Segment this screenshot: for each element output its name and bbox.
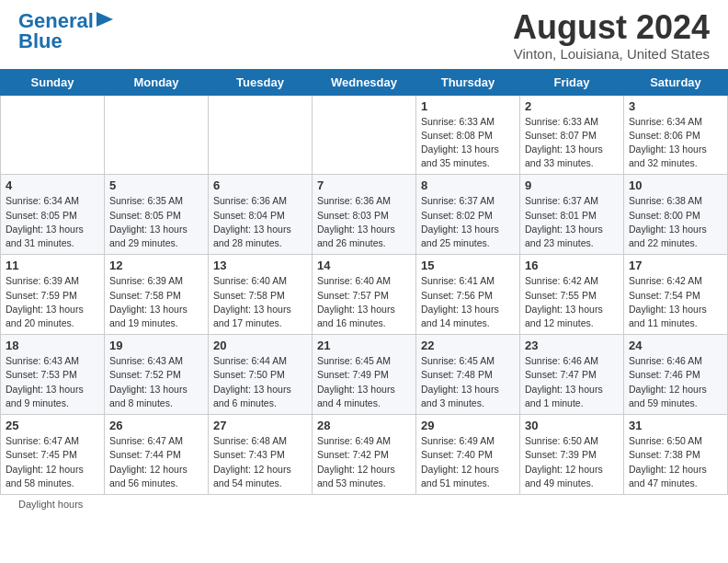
calendar-table: SundayMondayTuesdayWednesdayThursdayFrid… [0,69,728,495]
day-number: 20 [213,339,307,352]
day-detail: Sunrise: 6:41 AM Sunset: 7:56 PM Dayligh… [421,274,515,330]
day-detail: Sunrise: 6:37 AM Sunset: 8:01 PM Dayligh… [525,194,619,250]
calendar-cell: 26Sunrise: 6:47 AM Sunset: 7:44 PM Dayli… [105,415,209,495]
day-number: 4 [6,178,99,192]
calendar-cell: 23Sunrise: 6:46 AM Sunset: 7:47 PM Dayli… [520,335,624,415]
title-block: August 2024 Vinton, Louisiana, United St… [513,9,710,62]
calendar-cell: 21Sunrise: 6:45 AM Sunset: 7:49 PM Dayli… [313,335,416,415]
day-number: 16 [525,259,619,272]
day-detail: Sunrise: 6:45 AM Sunset: 7:48 PM Dayligh… [421,354,515,410]
calendar-cell: 5Sunrise: 6:35 AM Sunset: 8:05 PM Daylig… [105,175,209,255]
calendar-cell: 22Sunrise: 6:45 AM Sunset: 7:48 PM Dayli… [416,335,520,415]
calendar-cell: 20Sunrise: 6:44 AM Sunset: 7:50 PM Dayli… [209,335,313,415]
calendar-cell: 13Sunrise: 6:40 AM Sunset: 7:58 PM Dayli… [209,255,313,335]
calendar-cell: 2Sunrise: 6:33 AM Sunset: 8:07 PM Daylig… [520,95,624,175]
day-detail: Sunrise: 6:36 AM Sunset: 8:04 PM Dayligh… [213,194,307,250]
day-detail: Sunrise: 6:35 AM Sunset: 8:05 PM Dayligh… [109,194,203,250]
calendar-cell: 25Sunrise: 6:47 AM Sunset: 7:45 PM Dayli… [1,415,105,495]
main-title: August 2024 [513,9,710,46]
svg-marker-0 [97,12,113,27]
col-header-saturday: Saturday [624,69,728,95]
day-detail: Sunrise: 6:42 AM Sunset: 7:55 PM Dayligh… [525,274,619,330]
calendar-header-row: SundayMondayTuesdayWednesdayThursdayFrid… [1,69,728,95]
daylight-label: Daylight hours [18,499,83,510]
day-detail: Sunrise: 6:40 AM Sunset: 7:57 PM Dayligh… [317,274,411,330]
day-number: 13 [213,259,307,272]
day-detail: Sunrise: 6:49 AM Sunset: 7:40 PM Dayligh… [421,434,515,490]
calendar-cell [313,95,416,175]
col-header-thursday: Thursday [416,69,520,95]
calendar-cell: 27Sunrise: 6:48 AM Sunset: 7:43 PM Dayli… [209,415,313,495]
page-header: General Blue August 2024 Vinton, Louisia… [0,0,728,65]
footer: Daylight hours [0,495,728,513]
calendar-cell: 31Sunrise: 6:50 AM Sunset: 7:38 PM Dayli… [624,415,728,495]
calendar-week-row: 25Sunrise: 6:47 AM Sunset: 7:45 PM Dayli… [1,415,728,495]
day-detail: Sunrise: 6:36 AM Sunset: 8:03 PM Dayligh… [317,194,411,250]
day-detail: Sunrise: 6:43 AM Sunset: 7:53 PM Dayligh… [6,354,99,410]
day-number: 18 [6,339,99,352]
calendar-cell: 11Sunrise: 6:39 AM Sunset: 7:59 PM Dayli… [1,255,105,335]
day-detail: Sunrise: 6:47 AM Sunset: 7:44 PM Dayligh… [109,434,203,490]
calendar-cell: 18Sunrise: 6:43 AM Sunset: 7:53 PM Dayli… [1,335,105,415]
calendar-week-row: 4Sunrise: 6:34 AM Sunset: 8:05 PM Daylig… [1,175,728,255]
day-detail: Sunrise: 6:38 AM Sunset: 8:00 PM Dayligh… [629,194,722,250]
day-number: 31 [629,419,722,432]
day-detail: Sunrise: 6:34 AM Sunset: 8:06 PM Dayligh… [629,115,722,171]
calendar-cell: 30Sunrise: 6:50 AM Sunset: 7:39 PM Dayli… [520,415,624,495]
calendar-cell: 28Sunrise: 6:49 AM Sunset: 7:42 PM Dayli… [313,415,416,495]
calendar-cell [1,95,105,175]
logo: General Blue [18,9,113,53]
day-number: 3 [629,99,722,113]
calendar-cell: 6Sunrise: 6:36 AM Sunset: 8:04 PM Daylig… [209,175,313,255]
calendar-cell: 14Sunrise: 6:40 AM Sunset: 7:57 PM Dayli… [313,255,416,335]
day-number: 12 [109,259,203,272]
day-number: 21 [317,339,411,352]
day-number: 29 [421,419,515,432]
day-number: 24 [629,339,722,352]
col-header-friday: Friday [520,69,624,95]
day-number: 5 [109,178,203,192]
day-number: 15 [421,259,515,272]
calendar-week-row: 1Sunrise: 6:33 AM Sunset: 8:08 PM Daylig… [1,95,728,175]
day-number: 7 [317,178,411,192]
day-number: 30 [525,419,619,432]
calendar-cell: 3Sunrise: 6:34 AM Sunset: 8:06 PM Daylig… [624,95,728,175]
calendar-week-row: 11Sunrise: 6:39 AM Sunset: 7:59 PM Dayli… [1,255,728,335]
calendar-cell: 10Sunrise: 6:38 AM Sunset: 8:00 PM Dayli… [624,175,728,255]
calendar-cell: 4Sunrise: 6:34 AM Sunset: 8:05 PM Daylig… [1,175,105,255]
day-detail: Sunrise: 6:33 AM Sunset: 8:08 PM Dayligh… [421,115,515,171]
day-detail: Sunrise: 6:43 AM Sunset: 7:52 PM Dayligh… [109,354,203,410]
calendar-cell: 15Sunrise: 6:41 AM Sunset: 7:56 PM Dayli… [416,255,520,335]
calendar-cell: 29Sunrise: 6:49 AM Sunset: 7:40 PM Dayli… [416,415,520,495]
day-detail: Sunrise: 6:49 AM Sunset: 7:42 PM Dayligh… [317,434,411,490]
day-number: 11 [6,259,99,272]
day-detail: Sunrise: 6:39 AM Sunset: 7:59 PM Dayligh… [6,274,99,330]
day-number: 26 [109,419,203,432]
logo-arrow-icon [97,12,113,30]
day-detail: Sunrise: 6:39 AM Sunset: 7:58 PM Dayligh… [109,274,203,330]
day-number: 28 [317,419,411,432]
col-header-wednesday: Wednesday [313,69,416,95]
col-header-monday: Monday [105,69,209,95]
calendar-cell: 19Sunrise: 6:43 AM Sunset: 7:52 PM Dayli… [105,335,209,415]
day-detail: Sunrise: 6:40 AM Sunset: 7:58 PM Dayligh… [213,274,307,330]
day-detail: Sunrise: 6:48 AM Sunset: 7:43 PM Dayligh… [213,434,307,490]
calendar-cell: 24Sunrise: 6:46 AM Sunset: 7:46 PM Dayli… [624,335,728,415]
day-number: 9 [525,178,619,192]
calendar-cell [209,95,313,175]
calendar-cell: 12Sunrise: 6:39 AM Sunset: 7:58 PM Dayli… [105,255,209,335]
calendar-cell: 16Sunrise: 6:42 AM Sunset: 7:55 PM Dayli… [520,255,624,335]
calendar-cell: 7Sunrise: 6:36 AM Sunset: 8:03 PM Daylig… [313,175,416,255]
day-detail: Sunrise: 6:33 AM Sunset: 8:07 PM Dayligh… [525,115,619,171]
day-number: 8 [421,178,515,192]
day-number: 19 [109,339,203,352]
day-number: 6 [213,178,307,192]
day-detail: Sunrise: 6:47 AM Sunset: 7:45 PM Dayligh… [6,434,99,490]
day-detail: Sunrise: 6:44 AM Sunset: 7:50 PM Dayligh… [213,354,307,410]
day-number: 27 [213,419,307,432]
day-detail: Sunrise: 6:37 AM Sunset: 8:02 PM Dayligh… [421,194,515,250]
day-number: 22 [421,339,515,352]
day-detail: Sunrise: 6:46 AM Sunset: 7:47 PM Dayligh… [525,354,619,410]
col-header-sunday: Sunday [1,69,105,95]
day-detail: Sunrise: 6:50 AM Sunset: 7:38 PM Dayligh… [629,434,722,490]
